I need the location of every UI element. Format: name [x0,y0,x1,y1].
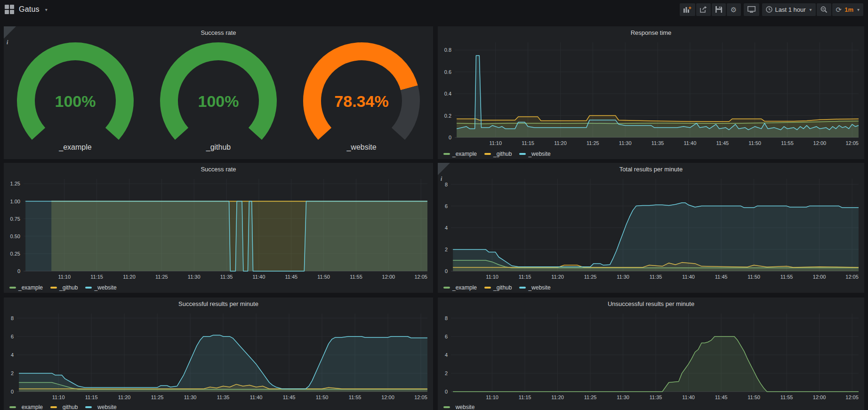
share-icon [700,6,707,13]
gauge-label: _example [58,143,91,152]
x-axis-tick: 12:05 [845,274,859,280]
panel-title[interactable]: Total results per minute [438,163,864,175]
series-fill-_website [25,201,427,272]
y-axis-tick: 0.8 [444,47,451,53]
y-axis-tick: 2 [445,247,448,252]
x-axis-tick: 12:00 [813,394,826,400]
x-axis-tick: 11:30 [617,274,629,280]
add-panel-button[interactable] [680,3,695,16]
legend-item[interactable]: _example [9,284,43,291]
legend-item[interactable]: _github [484,284,512,291]
x-axis-tick: 11:10 [486,394,498,400]
caret-down-icon: ▾ [810,7,812,12]
x-axis-tick: 11:15 [519,274,531,280]
panel-response-time: Response time 00.20.40.60.811:1011:1511:… [438,26,864,159]
x-axis-tick: 12:00 [382,274,395,280]
apps-grid-icon[interactable] [5,5,14,14]
legend-item[interactable]: _example [443,151,477,157]
legend-item[interactable]: _github [50,404,78,410]
x-axis-tick: 11:55 [349,394,362,400]
legend-item[interactable]: _example [9,404,43,410]
legend-label: _website [94,404,116,410]
x-axis-tick: 11:20 [123,274,136,280]
x-axis-tick: 11:55 [780,394,793,400]
x-axis-tick: 11:55 [780,274,793,280]
y-axis-tick: 0 [445,268,448,274]
panel-successful-results: Successful results per minute 0246811:10… [4,297,433,410]
add-panel-icon [683,6,691,13]
legend-label: _website [94,284,116,291]
legend-item[interactable]: _website [519,284,550,291]
save-icon [715,6,722,13]
legend-item[interactable]: _github [50,284,78,291]
legend-item[interactable]: _website [519,151,550,157]
y-axis-tick: 4 [11,352,14,358]
chart-canvas[interactable]: 0246811:1011:1511:2011:2511:3011:3511:40… [4,310,433,402]
save-button[interactable] [712,3,726,16]
chart-canvas[interactable]: 00.20.40.60.811:1011:1511:2011:2511:3011… [438,39,864,149]
series-fill-_website [19,335,427,392]
legend-label: _github [493,284,512,291]
legend-item[interactable]: _example [443,284,477,291]
legend: _example_github_website [4,402,433,410]
y-axis-tick: 2 [11,370,14,376]
series-fill-_website [453,203,859,271]
chart-canvas[interactable]: 00.250.500.751.001.2511:1011:1511:2011:2… [4,175,433,282]
legend-item[interactable]: _website [85,284,116,291]
gauge-value: 100% [198,92,239,110]
legend-swatch-icon [519,287,526,289]
x-axis-tick: 11:35 [217,394,230,400]
legend-item[interactable]: _website [443,404,474,410]
gauge-canvas: 100%_example100%_github78.34%_website [4,39,433,159]
panel-title[interactable]: Unsuccessful results per minute [438,297,864,310]
x-axis-tick: 11:15 [90,274,103,280]
x-axis-tick: 11:55 [781,140,794,146]
panel-success-rate-graph: Success rate 00.250.500.751.001.2511:101… [4,163,433,293]
x-axis-tick: 11:45 [285,274,297,280]
y-axis-tick: 0 [449,135,451,140]
zoom-out-button[interactable] [817,3,831,16]
tv-icon [747,6,755,13]
tv-mode-button[interactable] [744,3,759,16]
x-axis-tick: 11:40 [682,274,695,280]
y-axis-tick: 8 [445,182,448,187]
panel-title[interactable]: Successful results per minute [4,297,433,310]
refresh-picker[interactable]: ⟳ 1m ▾ [832,3,863,16]
legend-label: _website [528,151,550,157]
x-axis-tick: 11:45 [283,394,296,400]
share-button[interactable] [696,3,711,16]
x-axis-tick: 11:15 [522,140,534,146]
x-axis-tick: 11:30 [188,274,201,280]
x-axis-tick: 11:25 [584,274,597,280]
x-axis-tick: 11:40 [250,394,263,400]
x-axis-tick: 11:45 [715,274,728,280]
legend: _example_github_website [438,282,864,293]
info-corner-icon[interactable]: i [438,163,450,175]
panel-unsuccessful-results: Unsuccessful results per minute 0246811:… [438,297,864,410]
legend-item[interactable]: _github [484,151,512,157]
info-corner-icon[interactable]: i [4,26,16,39]
x-axis-tick: 11:50 [748,140,761,146]
panel-title[interactable]: Success rate [4,163,433,175]
legend-swatch-icon [443,287,450,289]
panel-title[interactable]: Response time [438,26,864,39]
x-axis-tick: 11:30 [184,394,197,400]
y-axis-tick: 0.4 [444,91,451,96]
chart-canvas[interactable]: 0246811:1011:1511:2011:2511:3011:3511:40… [438,175,864,282]
legend-swatch-icon [443,406,450,408]
x-axis-tick: 11:45 [715,394,728,400]
legend-label: _example [452,151,477,157]
x-axis-tick: 11:20 [554,140,567,146]
legend-item[interactable]: _website [85,404,116,410]
panel-title[interactable]: Success rate [4,26,433,39]
caret-down-icon[interactable]: ▾ [45,7,48,12]
settings-button[interactable]: ⚙ [727,3,741,16]
time-range-label: Last 1 hour [775,6,806,13]
chart-canvas[interactable]: 0246811:1011:1511:2011:2511:3011:3511:40… [438,310,864,402]
x-axis-tick: 12:00 [813,274,826,280]
legend-swatch-icon [484,153,491,155]
time-range-picker[interactable]: Last 1 hour ▾ [762,3,816,16]
dashboard-title[interactable]: Gatus [19,5,40,14]
x-axis-tick: 12:00 [813,140,827,146]
x-axis-tick: 11:30 [617,394,629,400]
